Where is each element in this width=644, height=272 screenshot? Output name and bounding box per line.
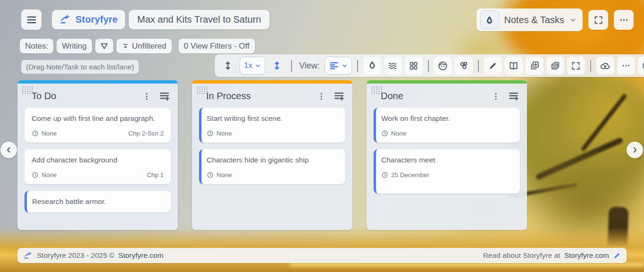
add-card-button[interactable] [333,90,345,102]
add-card-button[interactable] [159,90,170,102]
clock-icon [32,171,39,178]
fullscreen-button[interactable] [588,10,608,30]
toolbar-more-button[interactable] [617,57,635,75]
card-title: Research battle armor. [32,197,164,207]
filter-state-icon [122,42,129,50]
list-drag-handle[interactable] [196,86,209,94]
cloud-download-button[interactable] [596,57,614,75]
chevron-left-icon [5,146,13,154]
card-tag: Chp 2-Scn 2 [128,130,164,137]
edit-pencil-icon[interactable] [613,252,621,260]
card[interactable]: Start writing first scene. None [199,108,345,143]
board-title[interactable]: Max and Kits Travel to Saturn [129,10,269,29]
add-card-button[interactable] [508,90,519,102]
card[interactable]: Work on first chapter. None [374,108,520,143]
list-header: In Process [192,84,352,108]
storyfyre-board-app: Storyfyre Max and Kits Travel to Saturn … [0,0,644,272]
expand-board-button[interactable] [567,57,585,75]
view-toolbar: 1x View: [215,54,644,77]
ellipsis-icon [621,61,631,70]
scroll-right-button[interactable] [627,142,643,158]
list-color-bar [367,80,527,84]
cards-container: Come up with first line and paragraph. N… [17,108,178,212]
chevron-down-icon [342,63,348,69]
grid-view-button[interactable] [405,57,423,75]
drag-hint: (Drag Note/Task to each list/lane) [21,60,139,74]
card-due: None [42,171,57,178]
relationships-button[interactable] [455,57,473,75]
cards-container: Start writing first scene. None Characte… [192,108,352,184]
clock-icon [207,171,214,178]
filter-state-label: Unfiltered [132,42,167,51]
hamburger-menu-button[interactable] [21,9,42,30]
more-options-button[interactable] [614,10,634,30]
card-title: Work on first chapter. [381,114,513,124]
card[interactable]: Characters meet 25 December [374,149,520,194]
fit-height-button[interactable] [268,57,286,75]
list-menu-button[interactable] [142,92,151,101]
card-due: None [217,130,232,137]
funnel-icon [100,42,109,51]
list-in-process: In Process Start writing first scene. [192,80,352,230]
card-tag: Chp 1 [147,171,164,178]
card-due: None [217,171,232,178]
filter-state-button[interactable]: Unfiltered [117,39,172,53]
card-title: Characters meet [381,155,513,165]
chevron-down-icon [255,63,261,69]
ellipsis-icon [619,15,629,25]
duplicate-cards-button[interactable] [546,57,564,75]
card[interactable]: Research battle armor. [25,191,171,212]
edit-button[interactable] [484,57,502,75]
clock-icon [32,130,39,137]
card-due: None [391,130,406,137]
card[interactable]: Characters hide in gigantic ship None [199,149,345,184]
card-title: Characters hide in gigantic ship [207,155,338,165]
list-menu-button[interactable] [491,92,501,101]
characters-button[interactable] [434,57,452,75]
fullscreen-icon [571,61,581,71]
waves-icon [387,60,398,71]
list-title: To Do [32,91,142,102]
footer-site-link[interactable]: Storyfyre.com [118,251,164,260]
help-button[interactable]: ? [638,57,644,75]
category-selector[interactable]: Writing [57,39,92,53]
resize-vertical-blue-icon [272,60,282,71]
card[interactable]: Add character background None Chp 1 [25,149,171,184]
list-drag-handle[interactable] [371,86,383,94]
filter-bar: Notes: Writing Unfiltered 0 View Filters… [20,39,255,53]
lanes-view-button[interactable] [384,57,402,75]
copy-plus-icon [529,60,540,71]
drop-mode-button[interactable] [480,10,499,29]
open-book-icon [508,60,519,71]
card[interactable]: Come up with first line and paragraph. N… [25,108,171,143]
brand-home-button[interactable]: Storyfyre [52,10,125,29]
list-color-bar [192,80,352,84]
list-done: Done Work on first chapter. [367,80,527,230]
flame-view-button[interactable] [363,57,381,75]
list-header: To Do [17,84,178,108]
brand-name: Storyfyre [75,14,118,25]
list-menu-button[interactable] [317,92,326,101]
card-due: 25 December [391,171,429,178]
list-view-icon [329,60,339,71]
card-title: Come up with first line and paragraph. [32,114,164,124]
zoom-level-value: 1x [244,61,252,70]
view-filters-button[interactable]: 0 View Filters - Off [179,39,255,53]
clock-icon [381,130,388,137]
zoom-level-dropdown[interactable]: 1x [240,57,265,75]
mode-selector-dropdown[interactable]: Notes & Tasks [477,8,583,31]
grid-icon [409,61,418,71]
footer-read-link[interactable]: Storyfyre.com [564,251,609,260]
card-title: Start writing first scene. [207,114,338,124]
chevron-down-icon [569,17,577,24]
funnel-filter-button[interactable] [95,39,113,53]
cloud-download-icon [600,60,611,71]
footer-copyright: Storyfyre 2023 - 2025 © [37,251,115,260]
view-mode-dropdown[interactable] [325,57,352,75]
list-drag-handle[interactable] [22,86,34,94]
lane-height-button[interactable] [219,57,237,75]
clock-icon [207,130,214,137]
scroll-left-button[interactable] [0,142,17,158]
add-copy-button[interactable] [526,57,544,75]
read-mode-button[interactable] [505,57,523,75]
